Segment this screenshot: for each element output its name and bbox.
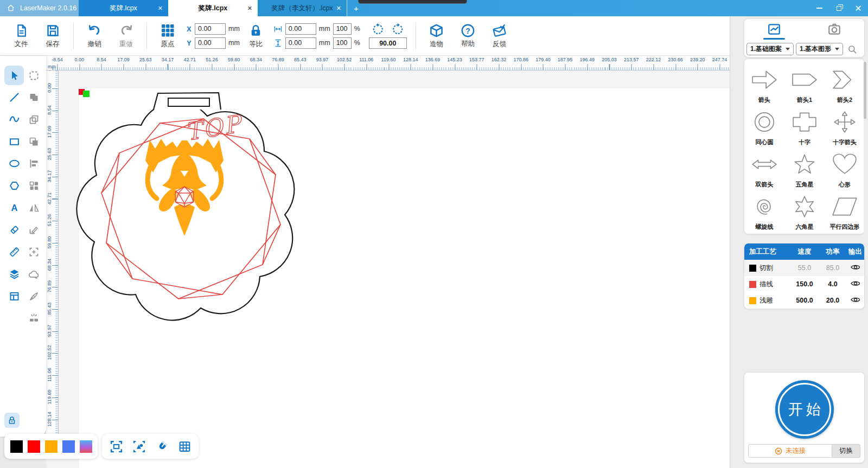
rotate-cw-icon[interactable] — [391, 23, 404, 36]
subtract-boolean-tool[interactable] — [24, 132, 43, 151]
speed-value[interactable]: 55.0 — [790, 264, 819, 272]
tab-close-icon[interactable]: ✕ — [336, 5, 341, 12]
ellipse-tool[interactable] — [4, 154, 24, 174]
process-table-row[interactable]: 描线150.04.0 — [744, 276, 864, 292]
power-value[interactable]: 4.0 — [819, 280, 846, 288]
layer-color-swatch[interactable] — [10, 440, 23, 453]
shape-item[interactable]: 螺旋线 — [744, 190, 784, 233]
eraser-tool[interactable] — [4, 220, 24, 240]
help-button[interactable]: ? 帮助 — [452, 23, 484, 49]
redo-button[interactable]: 重做 — [110, 23, 142, 49]
process-table-row[interactable]: 浅雕500.020.0 — [744, 292, 864, 309]
layer-color-swatch[interactable] — [62, 440, 75, 453]
canvas-area[interactable]: TOP mm -8. — [46, 56, 730, 468]
file-button[interactable]: 文件 — [5, 23, 37, 49]
shape-item[interactable]: 箭头 — [744, 63, 784, 106]
origin-button[interactable]: 原点 — [152, 23, 183, 49]
shape-item[interactable]: 六角星 — [784, 190, 825, 233]
width-input[interactable] — [285, 23, 316, 35]
height-percent-input[interactable] — [333, 37, 352, 49]
minimize-button[interactable] — [809, 0, 829, 16]
eye-icon[interactable] — [851, 280, 860, 287]
restore-button[interactable] — [829, 0, 848, 16]
layer-color-swatch[interactable] — [80, 440, 92, 453]
canvas-lock-button[interactable] — [4, 413, 20, 428]
shape-item[interactable]: 双箭头 — [744, 148, 784, 190]
app-badge[interactable]: LaserMaker 2.0.16 — [0, 0, 79, 16]
start-button[interactable]: 开始 — [775, 380, 834, 439]
power-value[interactable]: 20.0 — [819, 297, 846, 304]
layer-color-swatch[interactable] — [28, 440, 40, 453]
line-tool[interactable] — [4, 88, 24, 107]
marquee-select-tool[interactable] — [24, 66, 43, 85]
save-button[interactable]: 保存 — [37, 23, 68, 49]
document-tab[interactable]: 奖牌.lcpx✕ — [168, 0, 258, 16]
tab-close-icon[interactable]: ✕ — [158, 5, 163, 12]
create-button[interactable]: 造物 — [421, 23, 452, 49]
measure-tool[interactable] — [4, 242, 24, 262]
y-position-input[interactable] — [195, 37, 226, 49]
speed-value[interactable]: 500.0 — [790, 297, 819, 304]
center-select-icon[interactable] — [132, 440, 146, 453]
undo-button[interactable]: 撤销 — [79, 23, 110, 49]
shape-item-partial[interactable] — [744, 233, 784, 234]
curve-tool[interactable] — [4, 110, 24, 129]
view-tools-panel — [102, 434, 199, 459]
calligraphy-tool[interactable] — [24, 286, 43, 306]
shape-item[interactable]: 十字 — [784, 106, 825, 148]
layers-tool[interactable] — [4, 264, 24, 284]
node-edit-tool[interactable] — [24, 220, 43, 240]
x-position-input[interactable] — [195, 23, 226, 35]
speed-value[interactable]: 150.0 — [790, 280, 819, 288]
rotate-angle-input[interactable] — [369, 37, 407, 49]
panel-table-tool[interactable] — [4, 286, 24, 306]
magnet-icon[interactable] — [155, 440, 169, 453]
process-table-row[interactable]: 切割55.085.0 — [744, 260, 864, 276]
width-percent-input[interactable] — [333, 23, 352, 35]
tab-camera-capture[interactable] — [827, 22, 841, 36]
height-input[interactable] — [285, 37, 316, 49]
category-dropdown[interactable]: 1.基础图案 — [746, 43, 794, 55]
layer-color-swatch[interactable] — [45, 440, 58, 453]
mirror-tool[interactable] — [24, 198, 43, 217]
shape-item-partial[interactable] — [825, 233, 865, 234]
tab-close-icon[interactable]: ✕ — [247, 5, 252, 12]
eye-icon[interactable] — [851, 297, 860, 304]
cloud-tool[interactable] — [24, 264, 43, 284]
shape-item[interactable]: 同心圆 — [744, 106, 784, 148]
shape-list-scrollbar[interactable] — [864, 61, 866, 233]
close-button[interactable]: ✕ — [848, 0, 868, 16]
feedback-button[interactable]: 反馈 — [484, 23, 515, 49]
subcategory-dropdown[interactable]: 1.基本图形 — [796, 43, 843, 55]
shape-item[interactable]: 平行四边形 — [825, 190, 865, 233]
switch-device-button[interactable]: 切换 — [832, 444, 860, 458]
group-tool[interactable] — [24, 176, 43, 196]
aspect-lock-button[interactable]: 等比 — [242, 23, 270, 49]
shape-item[interactable]: 箭头2 — [825, 63, 865, 106]
document-tab[interactable]: 奖牌（李文轩）.lcpx✕ — [258, 0, 347, 16]
polygon-tool[interactable] — [4, 176, 24, 196]
search-icon[interactable] — [847, 44, 857, 54]
tab-pattern-library[interactable] — [767, 22, 781, 36]
fit-frame-icon[interactable] — [110, 440, 123, 453]
union-boolean-tool[interactable] — [24, 88, 43, 107]
document-tab[interactable]: 奖牌.lcpx✕ — [79, 0, 168, 16]
eye-icon[interactable] — [851, 264, 860, 271]
break-apart-tool[interactable] — [24, 309, 43, 328]
text-tool[interactable]: A — [4, 198, 24, 217]
align-tool[interactable] — [24, 154, 43, 174]
shape-item[interactable]: 箭头1 — [784, 63, 825, 106]
power-value[interactable]: 85.0 — [819, 264, 846, 272]
rotate-ccw-icon[interactable] — [372, 23, 385, 36]
shape-item[interactable]: 五角星 — [784, 148, 825, 190]
center-frame-tool[interactable] — [24, 242, 43, 262]
shape-item[interactable]: 心形 — [825, 148, 865, 190]
cursor-tool[interactable] — [4, 66, 24, 85]
grid-icon[interactable] — [178, 440, 192, 453]
shape-item[interactable]: 十字箭头 — [825, 106, 865, 148]
document-tabs: 奖牌.lcpx✕奖牌.lcpx✕奖牌（李文轩）.lcpx✕ — [79, 0, 347, 16]
medal-design[interactable]: TOP — [59, 70, 730, 458]
duplicate-tool[interactable] — [24, 110, 43, 129]
connection-status[interactable]: 未连接 — [748, 444, 832, 458]
rectangle-tool[interactable] — [4, 132, 24, 151]
